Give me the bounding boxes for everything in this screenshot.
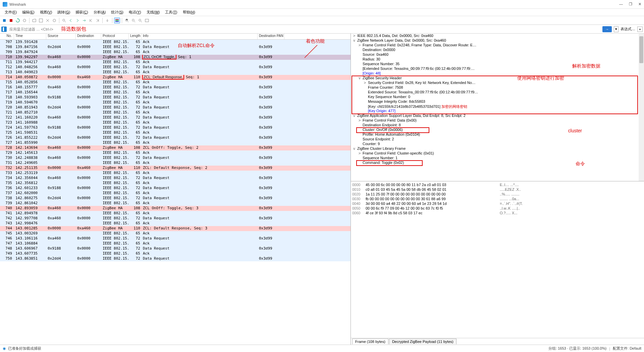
packet-row[interactable]: 750143.8638510x2dd40x0000IEEE 802.15.472… (0, 256, 351, 261)
packet-row[interactable]: 732142.2511350x00000xa460ZigBee HA110ZCL… (0, 166, 351, 171)
menu-工具(T)[interactable]: 工具(T) (162, 9, 180, 15)
packet-row[interactable]: 723141.160988IEEE 802.15.465Ack (0, 120, 351, 125)
tree-node[interactable]: > IEEE 802.15.4 Data, Dst: 0x0000, Src: … (351, 34, 644, 38)
packet-row[interactable]: 734142.3560440xa4600x0000IEEE 802.15.472… (0, 176, 351, 181)
tree-node[interactable]: Extended Source: TexasIns_00:09:77:f9:6c… (351, 90, 644, 95)
tree-node[interactable]: [Origin: 48] (351, 71, 644, 76)
hex-row[interactable]: 000045 00 00 6c 00 00 00 00 80 11 b7 2a … (352, 183, 643, 187)
tree-node[interactable]: > Frame Control Field: Data (0x00) (351, 118, 644, 123)
packet-row[interactable]: 727141.855990IEEE 802.15.465Ack (0, 140, 351, 145)
reload-button[interactable] (51, 17, 57, 24)
menu-分析(A)[interactable]: 分析(A) (91, 9, 109, 15)
open-file-button[interactable] (31, 17, 37, 24)
packet-row[interactable]: 721140.852710IEEE 802.15.465Ack (0, 110, 351, 115)
packet-row[interactable]: 736142.6012330x91880x0000IEEE 802.15.472… (0, 186, 351, 191)
tree-node[interactable]: > Frame Control Field: Cluster-specific … (351, 151, 644, 156)
stop-capture-button[interactable] (8, 17, 14, 24)
packet-row[interactable]: 737142.602000IEEE 802.15.465Ack (0, 191, 351, 196)
hex-row[interactable]: 0030fb 00 00 00 00 00 00 00 00 00 00 30 … (352, 197, 643, 202)
packet-row[interactable]: 717140.156544IEEE 802.15.465Ack (0, 90, 351, 95)
packet-row[interactable]: 722141.1602200xa4600x0000IEEE 802.15.472… (0, 115, 351, 120)
zoom-out-button[interactable] (130, 17, 137, 24)
packet-row[interactable]: 728142.1436940xa4600x0000ZigBee HA108ZCL… (0, 145, 351, 150)
minimize-button[interactable]: — (619, 2, 623, 6)
hex-row[interactable]: 00604f ce 3f 93 f4 9b 8d c5 58 03 17 ecO… (352, 211, 643, 216)
packet-row[interactable]: 708139.8471560x2dd40x0000IEEE 802.15.472… (0, 45, 351, 50)
packet-row[interactable]: 748143.6069670x91880x0000IEEE 802.15.472… (0, 246, 351, 251)
tree-node[interactable]: Profile: Home Automation (0x0104) (351, 132, 644, 137)
zoom-reset-button[interactable] (137, 17, 143, 24)
menu-帮助(H)[interactable]: 帮助(H) (180, 9, 198, 15)
packet-row[interactable]: 716140.1557770xa4600x0000IEEE 802.15.472… (0, 85, 351, 90)
goto-last-button[interactable] (95, 17, 101, 24)
tree-node[interactable]: > Frame Control Field: 0x2248, Frame Typ… (351, 43, 644, 48)
tree-node[interactable]: > Security Control Field: 0x28, Key Id: … (351, 81, 644, 85)
packet-row[interactable]: 733142.253119IEEE 802.15.465Ack (0, 171, 351, 176)
packet-row[interactable]: 724141.5977630x91880x0000IEEE 802.15.472… (0, 125, 351, 130)
status-profile[interactable]: 配置文件: Default (613, 346, 641, 351)
packet-details-tree[interactable]: > IEEE 802.15.4 Data, Dst: 0x0000, Src: … (351, 34, 644, 181)
column-header[interactable]: No. (0, 34, 14, 39)
column-header[interactable]: Destination PAN (258, 34, 284, 39)
packet-row[interactable]: 714140.0508720x00000xa460ZigBee HA110ZCL… (0, 75, 351, 80)
packet-row[interactable]: 729142.145613IEEE 802.15.465Ack (0, 150, 351, 156)
tree-node[interactable]: v ZigBee Security Header (351, 76, 644, 81)
zoom-in-button[interactable]: + (124, 17, 130, 24)
packet-row[interactable]: 715140.052856IEEE 802.15.465Ack (0, 80, 351, 85)
packet-row[interactable]: 739142.861042IEEE 802.15.465Ack (0, 201, 351, 206)
tree-node[interactable]: Command: Toggle (0x02) (351, 161, 644, 165)
packet-row[interactable]: 710139.9422970xa4600x0000ZigBee HA108ZCL… (0, 55, 351, 60)
tab-frame[interactable]: Frame (108 bytes) (352, 339, 388, 344)
tree-node[interactable]: v ZigBee Network Layer Data, Dst: 0x0000… (351, 38, 644, 43)
column-header[interactable]: Source (46, 34, 76, 39)
packet-row[interactable]: 745143.003269IEEE 802.15.465Ack (0, 231, 351, 236)
tree-node[interactable]: Source: 0xa460 (351, 52, 644, 57)
packet-row[interactable]: 742142.9977080xa4600x0000IEEE 802.15.472… (0, 216, 351, 221)
menu-跳转(G)[interactable]: 跳转(G) (55, 9, 73, 15)
display-filter-input[interactable] (8, 26, 58, 33)
packet-row[interactable]: 747143.106884IEEE 802.15.465Ack (0, 241, 351, 246)
packet-row[interactable]: 718140.5939030x91880x0000IEEE 802.15.472… (0, 95, 351, 100)
packet-row[interactable]: 746143.1061160xa4600x0000IEEE 802.15.472… (0, 236, 351, 241)
tree-node[interactable]: Frame Counter: 7508 (351, 85, 644, 90)
expression-button[interactable]: 表达式… (621, 27, 635, 32)
packet-row[interactable]: 719140.594670IEEE 802.15.465Ack (0, 100, 351, 105)
packet-row[interactable]: 712140.0482560xa4600x0000IEEE 802.15.472… (0, 65, 351, 70)
packet-row[interactable]: 738142.8602750x2dd40x0000IEEE 802.15.472… (0, 196, 351, 201)
save-button[interactable] (38, 17, 44, 24)
filter-history-dropdown[interactable]: ▾ (614, 26, 619, 32)
packet-row[interactable]: 744143.0012850x00000xa460ZigBee HA110ZCL… (0, 226, 351, 231)
hex-row[interactable]: 00201a 11 25 00 7f 00 00 00 00 00 00 00 … (352, 192, 643, 197)
tree-node[interactable]: Sequence Number: 35 (351, 62, 644, 67)
colorize-button[interactable] (114, 17, 120, 24)
packet-row[interactable]: 725141.598531IEEE 802.15.465Ack (0, 130, 351, 135)
tree-node[interactable]: Source Endpoint: 2 (351, 137, 644, 142)
close-button[interactable]: ✕ (638, 2, 641, 6)
menu-编辑(E)[interactable]: 编辑(E) (19, 9, 37, 15)
packet-row[interactable]: 741142.894978IEEE 802.15.465Ack (0, 211, 351, 216)
go-forward-button[interactable] (74, 17, 80, 24)
column-header[interactable]: Info (142, 34, 258, 39)
packet-row[interactable]: 735142.356812IEEE 802.15.465Ack (0, 181, 351, 186)
tree-node[interactable]: Message Integrity Code: 8dc55803 (351, 99, 644, 104)
auto-scroll-button[interactable] (104, 17, 110, 24)
go-back-button[interactable] (68, 17, 74, 24)
packet-row[interactable]: 749143.607735IEEE 802.15.465Ack (0, 251, 351, 256)
tree-node[interactable]: Counter: 9 (351, 142, 644, 146)
start-capture-button[interactable] (1, 17, 7, 24)
tree-node[interactable]: [Key Origin: 477] (351, 109, 644, 114)
column-header[interactable]: Length (129, 34, 142, 39)
packet-row[interactable]: 731142.249605IEEE 802.15.465Ack (0, 161, 351, 166)
close-file-button[interactable] (45, 17, 51, 24)
add-filter-button[interactable]: + (637, 27, 643, 32)
hex-row[interactable]: 0010c0 a8 01 03 45 5a 45 5a 00 58 db 06 … (352, 187, 643, 192)
menu-统计(S)[interactable]: 统计(S) (108, 9, 126, 15)
column-header[interactable]: Protocol (101, 34, 129, 39)
hex-row[interactable]: 00403d 00 00 60 a4 48 22 00 00 60 a4 1e … (352, 202, 643, 206)
bookmark-icon[interactable]: ▌ (1, 27, 7, 32)
tree-scrollbar[interactable] (639, 34, 644, 181)
column-header[interactable]: Destination (76, 34, 101, 39)
tree-node[interactable]: Destination Endpoint: 8 (351, 123, 644, 128)
packet-row[interactable]: 743142.998476IEEE 802.15.465Ack (0, 221, 351, 226)
packet-bytes-hex[interactable]: 000045 00 00 6c 00 00 00 00 80 11 b7 2a … (351, 181, 644, 338)
